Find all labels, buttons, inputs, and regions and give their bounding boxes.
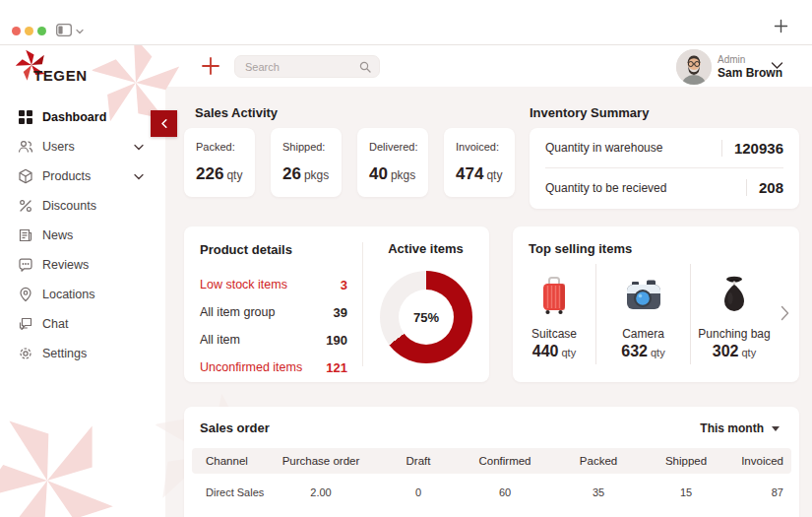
dashboard-icon (18, 109, 33, 125)
period-dropdown[interactable]: This month (700, 421, 780, 435)
item-qty: 302 (713, 343, 739, 359)
avatar-image (676, 49, 712, 85)
sidebar-item-label: Users (42, 140, 75, 154)
column-header: Draft (363, 455, 473, 467)
top-selling-item: Suitcase 440qty (513, 264, 595, 366)
column-header: Invoiced (712, 455, 791, 467)
inventory-row-value: 208 (746, 179, 783, 196)
metric-value: 40 (369, 164, 388, 183)
item-qty: 632 (621, 343, 648, 359)
sidebar-item-label: Products (42, 169, 91, 183)
metric-value: 474 (456, 164, 483, 183)
donut-percent-label: 75% (413, 310, 439, 325)
inventory-row-value: 120936 (721, 140, 783, 157)
sidebar: TEGEN Dashboard Users Products Discounts… (0, 45, 165, 517)
row-label: All item group (200, 305, 275, 319)
sidebar-toggle-icon[interactable] (56, 24, 72, 36)
sales-activity-card-delivered: Delivered: 40pkgs (357, 128, 428, 197)
add-new-button[interactable] (201, 56, 220, 76)
column-header: Packed (536, 455, 660, 467)
table-cell: Direct Sales (192, 486, 279, 498)
sales-activity-card-packed: Packed: 226qty (184, 128, 255, 197)
chat-icon (18, 316, 33, 332)
item-name: Camera (622, 327, 664, 341)
item-name: Suitcase (531, 327, 577, 341)
row-value: 3 (341, 278, 347, 292)
window-zoom-button[interactable] (37, 27, 46, 35)
inventory-summary-card: Quantity in warehouse 120936 Quantity to… (530, 128, 799, 209)
product-details-card: Product details Low stock items 3 All it… (184, 226, 489, 382)
sidebar-item-users[interactable]: Users (0, 132, 165, 162)
sidebar-item-settings[interactable]: Settings (0, 339, 165, 368)
chevron-right-icon (781, 305, 789, 321)
sales-order-title: Sales order (200, 420, 270, 435)
period-label: This month (700, 421, 764, 435)
sidebar-item-chat[interactable]: Chat (0, 309, 165, 339)
users-icon (18, 139, 33, 155)
sidebar-collapse-button[interactable] (151, 110, 177, 137)
sidebar-item-label: Locations (42, 288, 95, 301)
chevron-down-icon (134, 144, 144, 151)
user-avatar[interactable] (676, 49, 712, 85)
metric-label: Packed: (196, 141, 255, 153)
user-role: Admin (718, 54, 745, 65)
metric-unit: qty (226, 168, 242, 182)
sidebar-item-dashboard[interactable]: Dashboard (0, 102, 165, 132)
row-label: Low stock items (200, 278, 287, 291)
table-row: Direct Sales 2.00 0 60 35 15 87 (192, 474, 791, 511)
sidebar-item-locations[interactable]: Locations (0, 280, 165, 309)
row-value: 190 (326, 333, 347, 348)
window-titlebar (0, 0, 812, 45)
inventory-row-label: Quantity in warehouse (545, 141, 662, 155)
chevron-left-icon (159, 118, 169, 129)
inventory-summary-title: Inventory Summary (530, 105, 649, 120)
search-input[interactable] (245, 61, 359, 73)
metric-label: Shipped: (282, 141, 342, 153)
sidebar-item-discounts[interactable]: Discounts (0, 191, 165, 221)
reviews-icon (18, 257, 33, 273)
row-label: All item (200, 333, 240, 347)
search-icon (359, 61, 371, 73)
item-unit: qty (742, 347, 757, 358)
sidebar-item-news[interactable]: News (0, 221, 165, 250)
metric-unit: pkgs (304, 168, 329, 182)
window-close-button[interactable] (12, 27, 21, 35)
metric-value: 26 (282, 164, 301, 183)
sidebar-item-label: Chat (42, 317, 68, 331)
product-details-row: All item group 39 (200, 298, 347, 326)
table-cell: 0 (363, 486, 473, 498)
inventory-row: Quantity in warehouse 120936 (545, 128, 783, 167)
product-details-title: Product details (200, 242, 347, 257)
sidebar-item-products[interactable]: Products (0, 162, 165, 191)
table-cell: 60 (473, 486, 536, 498)
new-tab-plus-icon[interactable] (774, 19, 788, 33)
product-details-row: Unconfirmed items 121 (200, 354, 347, 381)
table-cell: 2.00 (279, 486, 363, 498)
window-minimize-button[interactable] (25, 27, 33, 35)
column-header: Shipped (660, 455, 712, 467)
item-name: Punching bag (698, 327, 770, 341)
top-selling-item: Punching bag 302qty (691, 264, 778, 366)
user-menu-chevron-icon[interactable] (771, 61, 783, 70)
metric-unit: qty (486, 168, 502, 182)
products-icon (18, 168, 33, 184)
column-header: Confirmed (473, 455, 536, 467)
sidebar-item-label: News (42, 228, 73, 242)
sidebar-item-label: Dashboard (42, 110, 106, 124)
column-header: Purchase order (279, 455, 363, 467)
metric-value: 226 (196, 164, 223, 183)
top-selling-items-card: Top selling items Suitcase 440qty (513, 226, 799, 382)
row-label: Unconfirmed items (200, 360, 302, 374)
sales-activity-title: Sales Activity (195, 105, 278, 120)
carousel-next-button[interactable] (775, 301, 794, 325)
titlebar-chevron-down-icon[interactable] (76, 29, 84, 34)
brand-name: TEGEN (33, 67, 88, 84)
sales-activity-card-invoiced: Invoiced: 474qty (444, 128, 515, 197)
sidebar-item-label: Discounts (42, 199, 96, 213)
punching-bag-icon (711, 272, 758, 319)
sidebar-item-label: Reviews (42, 258, 89, 272)
top-selling-title: Top selling items (529, 241, 632, 256)
chevron-down-icon (134, 173, 144, 180)
sidebar-item-reviews[interactable]: Reviews (0, 250, 165, 280)
table-cell: 35 (536, 486, 660, 498)
